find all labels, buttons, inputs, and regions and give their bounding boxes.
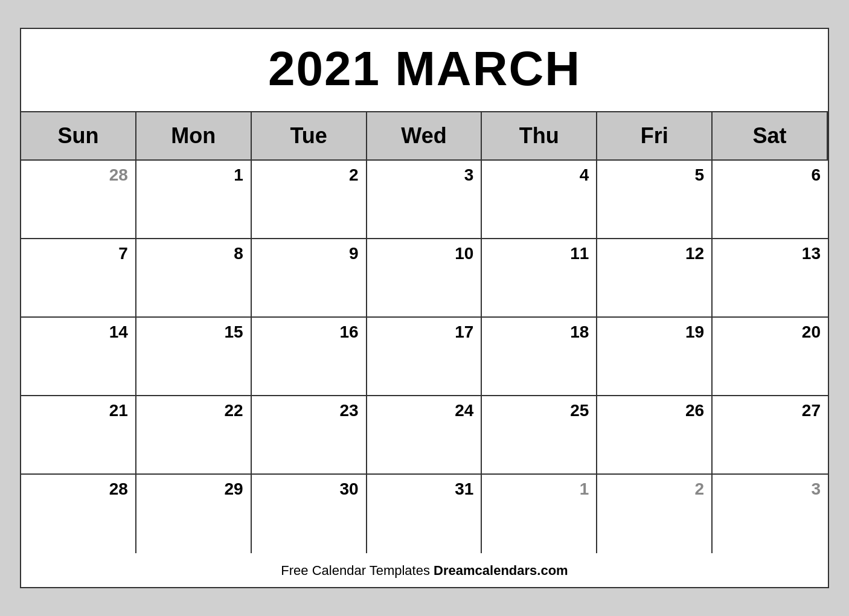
footer-bold-text: Dreamcalendars.com [434,563,568,578]
day-cell: 19 [597,318,713,396]
day-cell: 17 [367,318,482,396]
day-cell: 10 [367,239,482,318]
day-cell: 2 [252,161,367,239]
calendar-footer: Free Calendar Templates Dreamcalendars.c… [21,553,828,587]
calendar-container: 2021 MARCH Sun Mon Tue Wed Thu Fri Sat 2… [20,28,829,588]
day-cell: 18 [482,318,597,396]
day-cell: 24 [367,396,482,475]
day-cell: 4 [482,161,597,239]
day-cell: 29 [136,475,252,553]
header-tue: Tue [252,112,367,161]
header-thu: Thu [482,112,597,161]
day-cell: 14 [21,318,136,396]
day-cell: 23 [252,396,367,475]
day-cell: 27 [713,396,828,475]
day-cell: 9 [252,239,367,318]
day-cell: 8 [136,239,252,318]
day-cell: 16 [252,318,367,396]
header-wed: Wed [367,112,482,161]
calendar-title: 2021 MARCH [21,29,828,112]
day-cell: 25 [482,396,597,475]
day-cell: 11 [482,239,597,318]
day-cell: 3 [367,161,482,239]
day-cell: 3 [713,475,828,553]
day-cell: 15 [136,318,252,396]
day-cell: 1 [136,161,252,239]
header-mon: Mon [136,112,252,161]
day-cell: 2 [597,475,713,553]
footer-normal-text: Free Calendar Templates [281,563,434,578]
day-cell: 6 [713,161,828,239]
calendar-grid: Sun Mon Tue Wed Thu Fri Sat 28 1 2 3 4 5… [21,112,828,553]
header-sat: Sat [713,112,828,161]
day-cell: 1 [482,475,597,553]
day-cell: 31 [367,475,482,553]
day-cell: 5 [597,161,713,239]
day-cell: 28 [21,161,136,239]
day-cell: 30 [252,475,367,553]
day-cell: 26 [597,396,713,475]
day-cell: 7 [21,239,136,318]
header-sun: Sun [21,112,136,161]
day-cell: 20 [713,318,828,396]
day-cell: 12 [597,239,713,318]
header-fri: Fri [597,112,713,161]
day-cell: 13 [713,239,828,318]
day-cell: 21 [21,396,136,475]
day-cell: 28 [21,475,136,553]
day-cell: 22 [136,396,252,475]
